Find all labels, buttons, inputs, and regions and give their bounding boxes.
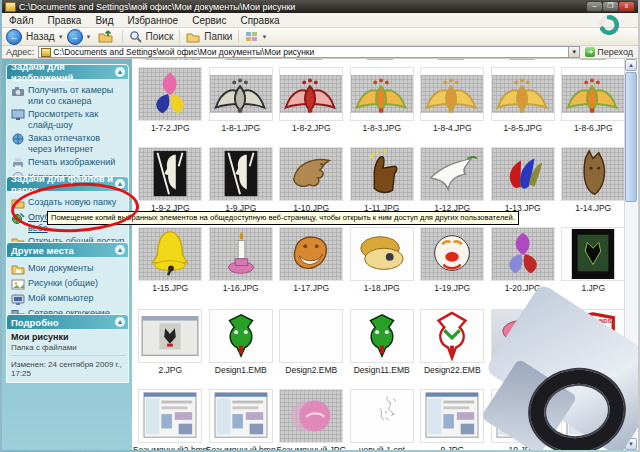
file-item[interactable]: 1-14.JPG (558, 147, 625, 213)
forward-button[interactable]: → (67, 29, 83, 45)
file-item[interactable]: 1-9.JPG (206, 147, 277, 213)
file-thumbnail (138, 309, 202, 363)
menu-item-правка[interactable]: Правка (41, 15, 89, 26)
close-button[interactable]: x (619, 2, 634, 11)
views-dropdown-icon[interactable]: ▼ (260, 34, 268, 40)
file-item[interactable]: 1-7-2.JPG (135, 67, 206, 133)
file-item[interactable]: 1-13.JPG (488, 147, 559, 213)
other-place-item-0[interactable]: Мои документы (11, 263, 126, 275)
menu-item-файл[interactable]: Файл (2, 15, 41, 26)
menu-item-вид[interactable]: Вид (88, 15, 120, 26)
file-item[interactable]: 1-20.JPG (488, 227, 559, 293)
picture-task-item-2[interactable]: Заказ отпечатков через Интернет (11, 133, 126, 154)
other-place-item-2[interactable]: Мой компьютер (11, 293, 126, 305)
back-dropdown-icon[interactable]: ▼ (57, 34, 65, 40)
back-button[interactable]: ← (6, 29, 22, 45)
scroll-down-icon[interactable]: ▼ (625, 438, 637, 450)
file-item[interactable]: 2.JPG (135, 309, 206, 375)
menu-item-справка[interactable]: Справка (233, 15, 286, 26)
forward-dropdown-icon[interactable]: ▼ (85, 34, 93, 40)
scroll-up-icon[interactable]: ▲ (625, 59, 637, 71)
file-name: 1-8-3.JPG (362, 123, 401, 133)
address-dropdown-icon[interactable]: ▼ (568, 47, 579, 57)
vertical-scrollbar[interactable]: ▲ ▼ (624, 59, 637, 450)
window-icon (5, 2, 16, 12)
file-item[interactable]: 10.JPG (488, 389, 559, 450)
file-item[interactable]: 1-8-2.JPG (276, 67, 347, 133)
file-item[interactable]: 1-8-1.JPG (206, 67, 277, 133)
file-item[interactable]: DSC03949.JPG (488, 309, 559, 375)
file-row: 1-7-2.JPG 1-8-1.JPG 1-8-2.JPG 1-8-3.JPG … (135, 67, 625, 133)
file-name: 1.JPG (581, 283, 605, 293)
file-thumbnail (209, 389, 273, 443)
file-item[interactable]: Design2.EMB (276, 309, 347, 375)
file-list-area: Downloaded Albums 1-7-2.JPG 1-8-1.JPG 1-… (133, 59, 625, 450)
file-item[interactable]: новый-1.cpt (347, 389, 418, 450)
collapse-chevron-icon[interactable]: ▲ (115, 317, 125, 327)
back-label[interactable]: Назад (26, 31, 55, 42)
menu-item-сервис[interactable]: Сервис (185, 15, 233, 26)
file-item[interactable] (558, 389, 625, 450)
collapse-chevron-icon[interactable]: ▲ (115, 67, 125, 77)
file-thumbnail (138, 67, 202, 121)
file-item[interactable]: Безымянный2.bmp (135, 389, 206, 450)
file-thumbnail (561, 227, 625, 281)
address-input[interactable]: C:\Documents and Settings\мой офис\Мои д… (38, 46, 580, 58)
file-thumbnail (209, 309, 273, 363)
title-bar[interactable]: C:\Documents and Settings\мой офис\Мои д… (2, 0, 638, 13)
file-item[interactable]: 1.JPG (558, 227, 625, 293)
file-item[interactable]: 1-18.JPG (347, 227, 418, 293)
maximize-button[interactable]: ❐ (603, 2, 618, 11)
picture-task-item-1[interactable]: Просмотреть как слайд-шоу (11, 109, 126, 130)
file-item[interactable]: 1-8-5.JPG (488, 67, 559, 133)
file-item[interactable]: Design1.EMB (206, 309, 277, 375)
go-button[interactable]: ➜ Переход (580, 47, 638, 57)
file-item[interactable]: 1-17.JPG (276, 227, 347, 293)
folders-label[interactable]: Папки (204, 31, 232, 42)
file-row: 1-9-2.JPG 1-9.JPG 1-10.JPG 1-11.JPG 1-12… (135, 147, 625, 213)
up-button[interactable] (98, 30, 113, 43)
file-thumbnail (420, 227, 484, 281)
folders-icon[interactable] (186, 31, 200, 43)
collapse-chevron-icon[interactable]: ▲ (115, 245, 125, 255)
file-name: 1-18.JPG (364, 283, 400, 293)
file-item[interactable]: 1-8-3.JPG (347, 67, 418, 133)
picture-task-item-3[interactable]: Печать изображений (11, 157, 126, 169)
file-name: 1-7-2.JPG (151, 123, 190, 133)
file-item[interactable]: 1-16.JPG (206, 227, 277, 293)
clipped-previous-row: Downloaded Albums (133, 59, 625, 63)
views-icon[interactable] (245, 31, 258, 43)
file-item[interactable]: 1-8-4.JPG (417, 67, 488, 133)
file-item[interactable]: Безымянный.JPG (276, 389, 347, 450)
file-row: 2.JPG Design1.EMB Design2.EMB Design11.E… (135, 309, 625, 375)
menu-item-избранное[interactable]: Избранное (120, 15, 185, 26)
file-item[interactable]: Design11.EMB (347, 309, 418, 375)
file-item[interactable]: 1-9-2.JPG (135, 147, 206, 213)
picture-task-item-0[interactable]: Получить от камеры или со сканера (11, 85, 126, 106)
panel-header-other-places[interactable]: Другие места▲ (7, 243, 128, 257)
file-name: 1-8-1.JPG (221, 123, 260, 133)
file-item[interactable]: 1-10.JPG (276, 147, 347, 213)
go-arrow-icon: ➜ (585, 47, 595, 57)
file-item[interactable]: 1-19.JPG (417, 227, 488, 293)
other-place-item-1[interactable]: Рисунки (общие) (11, 278, 126, 290)
file-item[interactable]: 1-8-6.JPG (558, 67, 625, 133)
file-thumbnail (420, 67, 484, 121)
panel-header-details[interactable]: Подробно▲ (7, 315, 128, 329)
file-item[interactable]: 1-12.JPG (417, 147, 488, 213)
minimize-button[interactable]: – (587, 2, 602, 11)
panel-header-picture-tasks[interactable]: Задачи для изображений▲ (7, 65, 128, 79)
file-item[interactable]: Безымянный.bmp (206, 389, 277, 450)
window-title: C:\Documents and Settings\мой офис\Мои д… (19, 2, 295, 12)
file-item[interactable]: Design22.EMB (417, 309, 488, 375)
file-item[interactable]: 1-11.JPG (347, 147, 418, 213)
file-item[interactable]: MAD HOUNDS goncaya.EMB (558, 309, 625, 375)
search-icon[interactable] (129, 30, 142, 43)
search-label[interactable]: Поиск (146, 31, 174, 42)
file-thumbnail (561, 67, 625, 121)
file-thumbnail (491, 389, 555, 443)
file-name: Design2.EMB (285, 365, 337, 375)
file-item[interactable]: 1-15.JPG (135, 227, 206, 293)
scrollbar-thumb[interactable] (625, 72, 637, 202)
file-item[interactable]: 9.JPG (417, 389, 488, 450)
